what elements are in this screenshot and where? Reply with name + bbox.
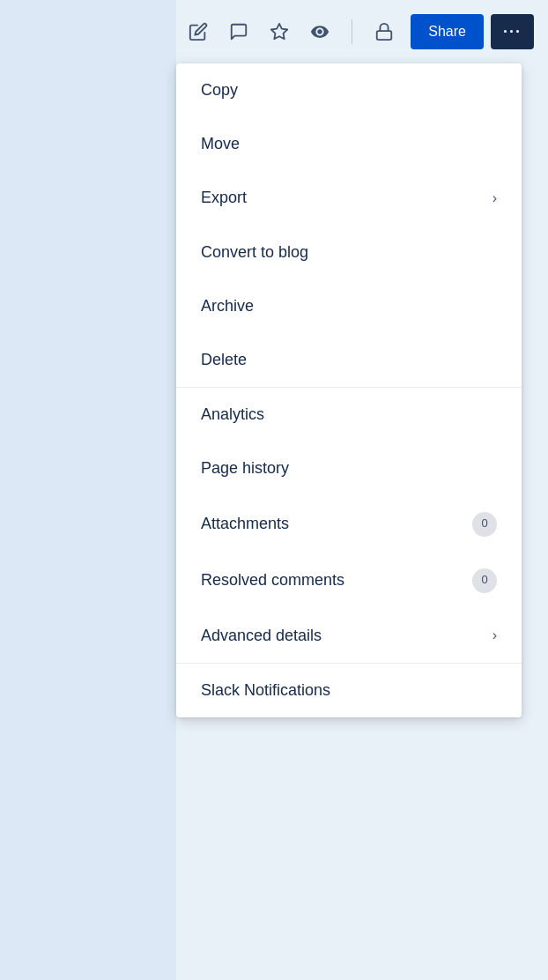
toolbar: Share ··· (0, 0, 548, 63)
menu-item-convert-to-blog[interactable]: Convert to blog (176, 226, 522, 279)
menu-item-page-history[interactable]: Page history (176, 442, 522, 495)
share-button[interactable]: Share (411, 14, 484, 49)
menu-section-3: Slack Notifications (176, 664, 522, 717)
menu-item-advanced-details[interactable]: Advanced details › (176, 609, 522, 663)
menu-section-2: Analytics Page history Attachments 0 Res… (176, 388, 522, 664)
resolved-comments-right: 0 (472, 568, 497, 593)
menu-item-export[interactable]: Export › (176, 171, 522, 225)
attachments-badge: 0 (472, 512, 497, 537)
page-background (0, 0, 176, 980)
dropdown-menu: Copy Move Export › Convert to blog Archi… (176, 63, 522, 717)
lock-icon[interactable] (372, 19, 396, 44)
menu-item-slack-notifications[interactable]: Slack Notifications (176, 664, 522, 717)
menu-item-resolved-comments[interactable]: Resolved comments 0 (176, 553, 522, 609)
more-options-button[interactable]: ··· (491, 14, 534, 49)
menu-section-1: Copy Move Export › Convert to blog Archi… (176, 63, 522, 388)
watch-icon[interactable] (307, 19, 332, 44)
star-icon[interactable] (267, 19, 292, 44)
export-right: › (492, 189, 497, 208)
menu-item-archive[interactable]: Archive (176, 279, 522, 333)
edit-icon[interactable] (186, 19, 211, 44)
menu-item-delete[interactable]: Delete (176, 333, 522, 387)
resolved-comments-badge: 0 (472, 568, 497, 593)
svg-rect-1 (377, 31, 392, 40)
toolbar-icons (186, 19, 396, 44)
toolbar-divider (352, 19, 352, 44)
menu-item-analytics[interactable]: Analytics (176, 388, 522, 442)
attachments-right: 0 (472, 512, 497, 537)
svg-marker-0 (271, 24, 287, 39)
advanced-details-right: › (492, 626, 497, 645)
chevron-right-icon-2: › (492, 626, 497, 645)
menu-item-move[interactable]: Move (176, 117, 522, 171)
menu-item-copy[interactable]: Copy (176, 63, 522, 117)
menu-item-attachments[interactable]: Attachments 0 (176, 496, 522, 553)
comment-icon[interactable] (226, 19, 251, 44)
chevron-right-icon: › (492, 189, 497, 208)
